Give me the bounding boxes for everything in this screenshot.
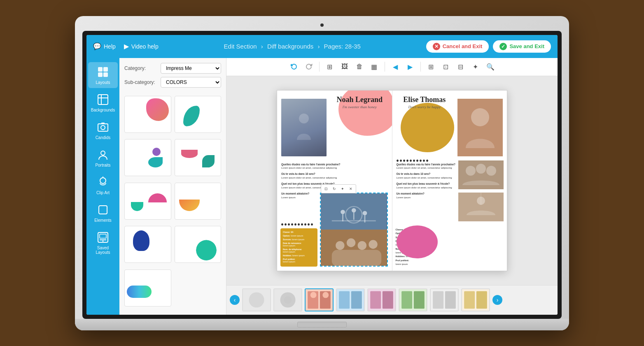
editor-toolbar: ⊞ 🖼 🗑 ▦ ◀ ▶ ⊞ ⊡ ⊟ ✦ 🔍	[226, 58, 558, 76]
right-photo-top	[458, 160, 504, 189]
page-spread: Noah Legrand I'm sweeter than honey	[277, 90, 507, 271]
editor-area: ⊞ 🖼 🗑 ▦ ◀ ▶ ⊞ ⊡ ⊟ ✦ 🔍	[226, 58, 558, 315]
thumb-6[interactable]	[399, 288, 427, 311]
help-button[interactable]: 💬 Help	[93, 42, 116, 50]
sidebar-item-backgrounds[interactable]: Backgrounds	[88, 90, 118, 116]
sidebar-item-candids[interactable]: Candids	[88, 117, 118, 143]
add-image-button[interactable]: 🖼	[338, 60, 351, 73]
breadcrumb: Edit Section › Diff backgrounds › Pages:…	[167, 43, 418, 50]
subcategory-select[interactable]: COLORS	[161, 77, 221, 88]
cancel-icon: ✕	[433, 43, 440, 50]
svg-rect-15	[100, 234, 106, 238]
breadcrumb-section: Edit Section	[224, 43, 257, 50]
dot-2	[284, 223, 287, 225]
info-hobbies: Hobbies: lorem ipsum	[283, 254, 315, 257]
thumb-2[interactable]	[273, 288, 302, 311]
rdot-5	[409, 159, 412, 162]
grid-button[interactable]: ⊞	[324, 60, 336, 73]
thumb-next-button[interactable]: ›	[492, 295, 502, 305]
next-page-button[interactable]: ▶	[404, 60, 416, 73]
photo-tb-delete[interactable]: ✕	[348, 186, 354, 192]
layout-thumb-6[interactable]	[175, 183, 222, 220]
prev-page-button[interactable]: ◀	[389, 60, 401, 73]
sidebar-item-layouts[interactable]: Layouts	[88, 62, 118, 88]
layout-thumb-3[interactable]	[124, 139, 171, 176]
left-a1: Lorem ipsum dolor sit amet, consectetur …	[281, 166, 388, 170]
dot-8	[304, 223, 307, 225]
svg-point-30	[347, 238, 355, 247]
sport-photo-bottom	[321, 230, 387, 266]
zoom-button[interactable]: 🔍	[484, 60, 497, 73]
toolbar-sep-3	[420, 62, 421, 72]
elements-label: Elements	[94, 218, 112, 223]
layout-thumb-7[interactable]	[124, 226, 171, 263]
qr-button[interactable]: ▦	[368, 60, 380, 73]
undo-button[interactable]	[288, 60, 300, 73]
clipart-icon	[96, 176, 110, 189]
sidebar-item-saved-layouts[interactable]: Saved Layouts	[88, 228, 118, 258]
svg-rect-0	[98, 67, 103, 72]
rdot-6	[412, 159, 415, 162]
thumb-3[interactable]	[305, 288, 334, 311]
photo-tb-rotate[interactable]: ↻	[331, 186, 338, 192]
svg-rect-2	[98, 72, 103, 77]
svg-rect-3	[103, 72, 108, 77]
cancel-button[interactable]: ✕ Cancel and Exit	[426, 40, 489, 53]
view-single-button[interactable]: ⊡	[440, 60, 452, 73]
svg-point-24	[352, 208, 356, 212]
redo-button[interactable]	[303, 60, 315, 73]
view-grid-button[interactable]: ⊞	[425, 60, 437, 73]
dot-1	[281, 223, 284, 225]
info-surname-label: Surnom:	[283, 238, 292, 241]
thumb-6-inner	[399, 289, 427, 311]
sidebar-item-portraits[interactable]: Portraits	[88, 145, 118, 171]
layout-thumb-8[interactable]	[175, 226, 222, 263]
left-q1: Quelles études vas-tu faire l'année proc…	[281, 163, 388, 167]
info-dob-label: Date de naissance:	[283, 242, 301, 244]
blob-yellow-right	[401, 103, 454, 152]
layout-thumb-4[interactable]	[175, 139, 222, 176]
left-photo	[281, 99, 327, 156]
right-name-area: Elise Thomas Don't worry be happy	[396, 95, 454, 109]
save-label: Save and Exit	[509, 43, 544, 49]
thumb-5[interactable]	[367, 288, 396, 311]
left-name: Noah Legrand	[331, 95, 389, 104]
layout-thumb-9[interactable]	[124, 269, 171, 307]
info-phone: Num. de téléphone:lorem ipsum	[283, 248, 315, 253]
left-q2: Où te vois-tu dans 10 ans?	[281, 172, 388, 176]
thumb-prev-button[interactable]: ‹	[230, 295, 240, 305]
rdot-10	[425, 159, 428, 162]
svg-point-31	[358, 241, 366, 249]
remove-image-button[interactable]: 🗑	[353, 60, 366, 73]
info-surname: Surnom: lorem ipsum	[283, 238, 315, 241]
sidebar-item-elements[interactable]: Elements	[88, 200, 118, 226]
svg-point-17	[103, 240, 104, 242]
thumb-1[interactable]	[242, 288, 271, 311]
info-phone-label: Num. de téléphone:	[283, 248, 302, 251]
layout-thumb-2[interactable]	[175, 96, 222, 133]
layout-thumb-1[interactable]	[124, 96, 171, 133]
selected-photo-box[interactable]: ⊡ ↻ ✦ ✕	[320, 193, 388, 267]
save-button[interactable]: ✓ Save and Exit	[493, 40, 551, 53]
photo-tb-edit[interactable]: ✦	[339, 186, 346, 192]
thumb-8[interactable]	[461, 288, 490, 311]
view-spread-button[interactable]: ⊟	[455, 60, 467, 73]
saved-layouts-icon	[96, 231, 110, 244]
cancel-label: Cancel and Exit	[443, 43, 483, 49]
thumb-4[interactable]	[336, 288, 365, 311]
thumb-1-inner	[243, 289, 270, 311]
right-info-prof: Prof préféré:lorem ipsum	[396, 259, 454, 267]
right-photo-img	[457, 99, 503, 156]
toolbar-sep-2	[385, 62, 385, 72]
sidebar-item-clipart[interactable]: Clip Art	[88, 172, 118, 198]
sidebar: Layouts Backgrounds	[86, 58, 119, 315]
filter-button[interactable]: ✦	[469, 60, 482, 73]
video-help-button[interactable]: ▶ Video help	[124, 42, 159, 50]
svg-point-38	[476, 164, 486, 174]
blob-pink-right	[397, 225, 438, 258]
layout-thumb-5[interactable]	[124, 183, 171, 220]
svg-point-35	[471, 108, 489, 126]
category-select[interactable]: Impress Me	[161, 63, 221, 74]
photo-tb-crop[interactable]: ⊡	[323, 186, 329, 192]
thumb-7[interactable]	[430, 288, 459, 311]
